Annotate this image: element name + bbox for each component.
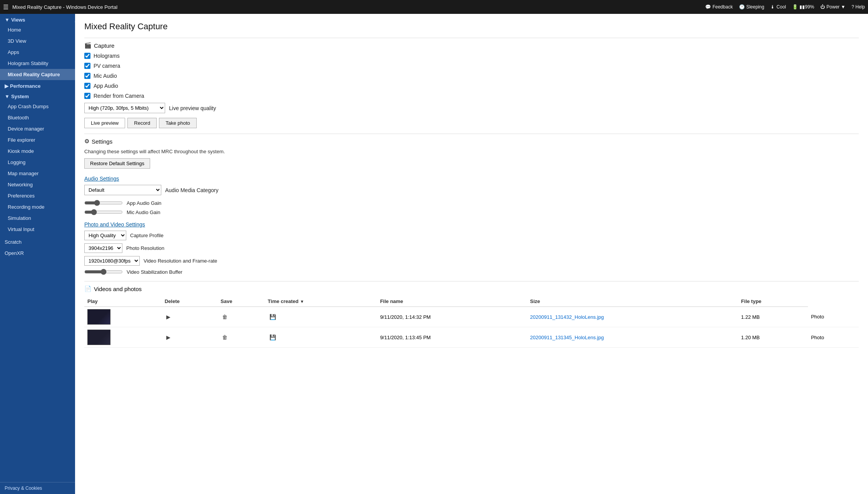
file-thumbnail (87, 309, 110, 325)
title-bar: ☰ Mixed Reality Capture - Windows Device… (0, 0, 868, 14)
capture-profile-label: Capture Profile (130, 233, 164, 238)
sidebar-section-system[interactable]: ▼ System (0, 90, 75, 101)
take-photo-button[interactable]: Take photo (159, 118, 197, 128)
col-play[interactable]: Play (84, 296, 162, 307)
capture-buttons-row: Live preview Record Take photo (84, 118, 859, 128)
live-preview-quality-dropdown[interactable]: High (720p, 30fps, 5 Mbits) Medium (480p… (84, 103, 165, 113)
feedback-icon: 💬 (705, 4, 711, 10)
temp-icon: 🌡 (770, 4, 775, 10)
help-button[interactable]: ? Help (851, 4, 865, 10)
settings-section-header: ⚙ Settings (84, 134, 859, 145)
system-arrow-icon: ▼ (5, 94, 10, 99)
video-stabilization-slider[interactable] (84, 269, 123, 275)
mic-audio-gain-slider[interactable] (84, 209, 123, 215)
content-area: Mixed Reality Capture 🎬 Capture Hologram… (75, 14, 868, 494)
col-delete[interactable]: Delete (162, 296, 217, 307)
render-from-camera-checkbox[interactable] (84, 93, 90, 99)
restore-default-settings-button[interactable]: Restore Default Settings (84, 158, 150, 169)
save-button[interactable]: 💾 (268, 313, 278, 321)
file-size: 1.20 MB (738, 327, 808, 348)
sidebar-item-simulation[interactable]: Simulation (0, 213, 75, 224)
file-icon: 📄 (84, 285, 92, 292)
privacy-cookies-link[interactable]: Privacy & Cookies (0, 482, 75, 494)
live-preview-button[interactable]: Live preview (84, 118, 125, 128)
performance-arrow-icon: ▶ (5, 83, 8, 89)
mic-audio-gain-row: Mic Audio Gain (84, 209, 859, 215)
sidebar-item-logging[interactable]: Logging (0, 157, 75, 168)
audio-media-category-row: Default Communications Media GameMedia O… (84, 185, 859, 195)
audio-settings-block: Audio Settings Default Communications Me… (84, 176, 859, 215)
sleep-icon: 🕐 (739, 4, 745, 10)
time-created: 9/11/2020, 1:14:32 PM (377, 307, 527, 327)
sidebar-item-3dview[interactable]: 3D View (0, 35, 75, 47)
capture-section-header: 🎬 Capture (84, 38, 859, 49)
sidebar-collapse-button[interactable]: ◀ (73, 18, 75, 25)
holograms-checkbox[interactable] (84, 53, 90, 59)
sidebar-item-preferences[interactable]: Preferences (0, 190, 75, 201)
app-audio-gain-row: App Audio Gain (84, 200, 859, 206)
col-file-name[interactable]: File name (377, 296, 527, 307)
checkbox-app-audio: App Audio (84, 83, 859, 89)
col-save[interactable]: Save (217, 296, 264, 307)
sidebar: ◀ ▼ Views Home 3D View Apps Hologram Sta… (0, 14, 75, 494)
quality-label: Live preview quality (169, 105, 216, 111)
temperature-status: 🌡 Cool (770, 4, 786, 10)
sidebar-item-virtual-input[interactable]: Virtual Input (0, 224, 75, 235)
sidebar-item-mixed-reality-capture[interactable]: Mixed Reality Capture (0, 69, 75, 80)
sidebar-item-recording-mode[interactable]: Recording mode (0, 201, 75, 213)
mic-audio-gain-label: Mic Audio Gain (127, 209, 160, 215)
quality-control-row: High (720p, 30fps, 5 Mbits) Medium (480p… (84, 103, 859, 113)
photo-resolution-dropdown[interactable]: 3904x2196 1920x1080 1280x720 (84, 243, 122, 253)
sidebar-item-bluetooth[interactable]: Bluetooth (0, 112, 75, 123)
file-name-link[interactable]: 20200911_131345_HoloLens.jpg (530, 335, 604, 340)
col-file-type[interactable]: File type (738, 296, 808, 307)
file-thumbnail (87, 330, 110, 345)
audio-settings-title: Audio Settings (84, 176, 859, 182)
file-size: 1.22 MB (738, 307, 808, 327)
file-name-link[interactable]: 20200911_131432_HoloLens.jpg (530, 314, 604, 320)
audio-media-category-dropdown[interactable]: Default Communications Media GameMedia O… (84, 185, 161, 195)
feedback-button[interactable]: 💬 Feedback (705, 4, 733, 10)
sidebar-item-scratch[interactable]: Scratch (0, 236, 75, 248)
sidebar-item-apps[interactable]: Apps (0, 47, 75, 58)
power-button[interactable]: ⏻ Power ▼ (820, 4, 845, 10)
title-bar-title: Mixed Reality Capture - Windows Device P… (12, 4, 117, 10)
col-size[interactable]: Size (527, 296, 738, 307)
pv-camera-checkbox[interactable] (84, 63, 90, 69)
sidebar-section-performance[interactable]: ▶ Performance (0, 80, 75, 90)
col-time-created[interactable]: Time created ▼ (265, 296, 377, 307)
record-button[interactable]: Record (127, 118, 157, 128)
checkbox-render-from-camera: Render from Camera (84, 93, 859, 99)
play-button[interactable]: ▶ (165, 313, 172, 321)
save-button[interactable]: 💾 (268, 333, 278, 341)
sidebar-item-device-manager[interactable]: Device manager (0, 123, 75, 134)
audio-media-category-label: Audio Media Category (165, 187, 219, 193)
capture-profile-dropdown[interactable]: High Quality Balanced Performance (84, 231, 126, 240)
videos-photos-section-header: 📄 Videos and photos (84, 281, 859, 292)
sidebar-item-app-crash-dumps[interactable]: App Crash Dumps (0, 101, 75, 112)
delete-button[interactable]: 🗑 (221, 313, 229, 321)
sidebar-item-networking[interactable]: Networking (0, 179, 75, 190)
sidebar-item-map-manager[interactable]: Map manager (0, 168, 75, 179)
power-icon: ⏻ (820, 4, 825, 10)
hamburger-menu-icon[interactable]: ☰ (3, 3, 8, 11)
video-resolution-dropdown[interactable]: 1920x1080@30fps 1280x720@30fps 854x480@3… (84, 256, 140, 266)
sidebar-item-openxr[interactable]: OpenXR (0, 248, 75, 259)
sidebar-item-kiosk-mode[interactable]: Kiosk mode (0, 146, 75, 157)
app-audio-checkbox[interactable] (84, 83, 90, 89)
capture-icon: 🎬 (84, 42, 92, 49)
sidebar-item-hologram-stability[interactable]: Hologram Stability (0, 58, 75, 69)
file-type: Photo (808, 327, 859, 348)
app-audio-gain-slider[interactable] (84, 200, 123, 206)
sidebar-item-file-explorer[interactable]: File explorer (0, 134, 75, 146)
mic-audio-checkbox[interactable] (84, 73, 90, 79)
play-button[interactable]: ▶ (165, 333, 172, 341)
checkbox-holograms: Holograms (84, 53, 859, 59)
sidebar-item-home[interactable]: Home (0, 24, 75, 35)
files-table: Play Delete Save Time created ▼ File nam… (84, 296, 859, 348)
file-type: Photo (808, 307, 859, 327)
delete-button[interactable]: 🗑 (221, 333, 229, 341)
page-title: Mixed Reality Capture (84, 22, 859, 32)
sidebar-section-views[interactable]: ▼ Views (0, 14, 75, 24)
video-stabilization-label: Video Stabilization Buffer (127, 269, 182, 275)
